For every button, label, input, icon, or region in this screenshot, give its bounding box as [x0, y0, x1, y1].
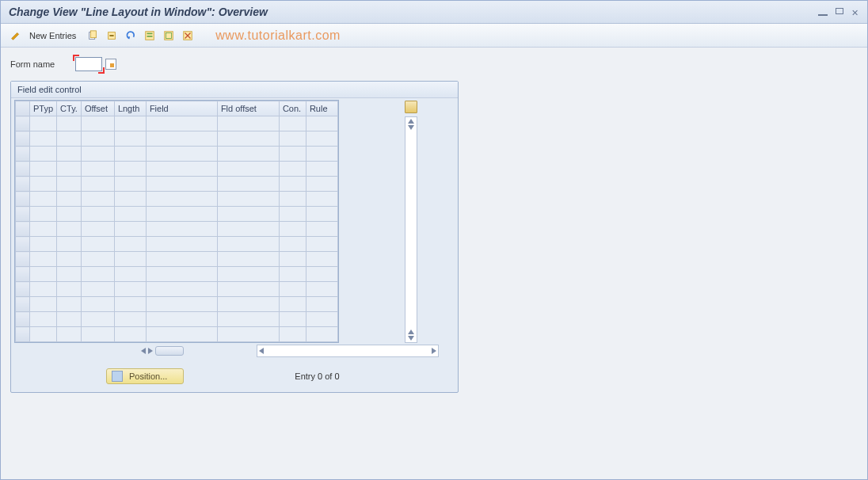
cell[interactable]: [306, 327, 337, 342]
col-ptyp[interactable]: PTyp: [30, 101, 57, 116]
table-row[interactable]: [16, 207, 338, 222]
cell[interactable]: [81, 312, 114, 327]
cell[interactable]: [30, 192, 57, 207]
cell[interactable]: [146, 297, 217, 312]
col-field[interactable]: Field: [146, 101, 217, 116]
col-rule[interactable]: Rule: [306, 101, 337, 116]
table-row[interactable]: [16, 327, 338, 342]
cell[interactable]: [306, 131, 337, 147]
cell[interactable]: [114, 297, 146, 312]
table-row[interactable]: [16, 267, 338, 282]
cell[interactable]: [279, 207, 306, 222]
cell[interactable]: [306, 222, 337, 237]
cell[interactable]: [30, 162, 57, 177]
scroll-down-icon[interactable]: [408, 336, 414, 341]
cell[interactable]: [57, 237, 82, 252]
cell[interactable]: [306, 192, 337, 207]
row-selector[interactable]: [16, 267, 30, 282]
cell[interactable]: [279, 192, 306, 207]
cell[interactable]: [57, 147, 82, 162]
cell[interactable]: [30, 267, 57, 282]
cell[interactable]: [279, 116, 306, 131]
row-selector[interactable]: [16, 162, 30, 177]
row-selector[interactable]: [16, 252, 30, 267]
cell[interactable]: [81, 297, 114, 312]
cell[interactable]: [30, 207, 57, 222]
cell[interactable]: [114, 267, 146, 282]
cell[interactable]: [114, 207, 146, 222]
cell[interactable]: [30, 177, 57, 192]
cell[interactable]: [30, 116, 57, 131]
cell[interactable]: [81, 282, 114, 297]
cell[interactable]: [57, 116, 82, 131]
cell[interactable]: [114, 282, 146, 297]
delete-icon[interactable]: [105, 29, 119, 43]
cell[interactable]: [306, 297, 337, 312]
cell[interactable]: [81, 252, 114, 267]
cell[interactable]: [306, 207, 337, 222]
horizontal-scrollbar[interactable]: [257, 345, 439, 357]
cell[interactable]: [114, 131, 146, 147]
hscroll-step-right-icon[interactable]: [148, 348, 153, 354]
row-selector[interactable]: [16, 222, 30, 237]
cell[interactable]: [279, 327, 306, 342]
row-selector-header[interactable]: [16, 101, 30, 116]
cell[interactable]: [217, 267, 279, 282]
cell[interactable]: [146, 222, 217, 237]
search-help-icon[interactable]: [105, 59, 116, 70]
cell[interactable]: [306, 252, 337, 267]
cell[interactable]: [30, 222, 57, 237]
cell[interactable]: [114, 237, 146, 252]
cell[interactable]: [114, 192, 146, 207]
cell[interactable]: [114, 252, 146, 267]
cell[interactable]: [81, 207, 114, 222]
row-selector[interactable]: [16, 327, 30, 342]
close-icon[interactable]: ✕: [851, 8, 859, 16]
cell[interactable]: [146, 267, 217, 282]
cell[interactable]: [114, 312, 146, 327]
table-row[interactable]: [16, 162, 338, 177]
cell[interactable]: [306, 162, 337, 177]
cell[interactable]: [217, 237, 279, 252]
cell[interactable]: [114, 147, 146, 162]
cell[interactable]: [81, 116, 114, 131]
cell[interactable]: [30, 282, 57, 297]
cell[interactable]: [279, 147, 306, 162]
cell[interactable]: [217, 312, 279, 327]
cell[interactable]: [57, 162, 82, 177]
cell[interactable]: [57, 297, 82, 312]
cell[interactable]: [81, 192, 114, 207]
scroll-up-icon[interactable]: [408, 119, 414, 124]
cell[interactable]: [217, 192, 279, 207]
cell[interactable]: [306, 267, 337, 282]
cell[interactable]: [81, 131, 114, 147]
cell[interactable]: [57, 282, 82, 297]
table-row[interactable]: [16, 222, 338, 237]
cell[interactable]: [279, 312, 306, 327]
table-row[interactable]: [16, 192, 338, 207]
cell[interactable]: [217, 222, 279, 237]
cell[interactable]: [146, 237, 217, 252]
row-selector[interactable]: [16, 297, 30, 312]
cell[interactable]: [81, 222, 114, 237]
cell[interactable]: [279, 252, 306, 267]
table-row[interactable]: [16, 237, 338, 252]
configure-columns-icon[interactable]: [405, 101, 417, 113]
table-row[interactable]: [16, 297, 338, 312]
cell[interactable]: [146, 192, 217, 207]
table-row[interactable]: [16, 116, 338, 131]
row-selector[interactable]: [16, 237, 30, 252]
maximize-icon[interactable]: [836, 8, 843, 14]
copy-as-icon[interactable]: [86, 29, 100, 43]
cell[interactable]: [217, 327, 279, 342]
cell[interactable]: [279, 282, 306, 297]
table-row[interactable]: [16, 312, 338, 327]
cell[interactable]: [57, 267, 82, 282]
cell[interactable]: [30, 237, 57, 252]
scroll-down-top-icon[interactable]: [408, 125, 414, 130]
cell[interactable]: [217, 252, 279, 267]
cell[interactable]: [279, 267, 306, 282]
cell[interactable]: [306, 312, 337, 327]
cell[interactable]: [57, 177, 82, 192]
hscroll-right-icon[interactable]: [432, 348, 436, 354]
